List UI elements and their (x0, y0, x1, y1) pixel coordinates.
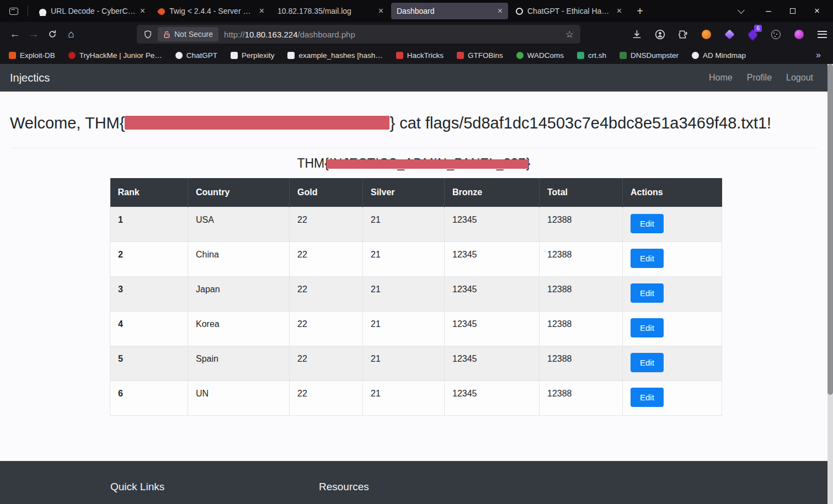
bookmark-favicon-icon (231, 52, 238, 59)
toolbar-icons: 6 (631, 29, 827, 40)
cell-country: UN (188, 380, 290, 415)
bookmark-item[interactable]: Exploit-DB (9, 51, 55, 60)
site-navbar: Injectics Home Profile Logout (0, 64, 827, 92)
site-brand[interactable]: Injectics (10, 72, 50, 84)
new-tab-button[interactable]: + (632, 3, 648, 19)
reload-button[interactable] (43, 25, 62, 43)
cell-total: 12388 (540, 346, 623, 380)
medals-table: Rank Country Gold Silver Bronze Total Ac… (110, 178, 722, 416)
edit-button[interactable]: Edit (631, 283, 664, 303)
cookie-extension-button[interactable] (770, 29, 781, 40)
redaction-bar (327, 159, 528, 169)
list-all-tabs-icon[interactable] (738, 7, 745, 14)
wappalyzer-extension-button[interactable] (701, 29, 712, 40)
edit-button[interactable]: Edit (631, 214, 664, 233)
proxy-extension-button[interactable] (793, 29, 804, 40)
browser-tab[interactable]: Twig < 2.4.4 - Server Side × (153, 3, 270, 19)
tab-close-icon[interactable]: × (617, 7, 622, 15)
cell-silver: 21 (363, 346, 445, 380)
menu-button[interactable] (816, 29, 827, 40)
firefox-view-button[interactable] (4, 3, 23, 19)
home-button[interactable]: ⌂ (62, 25, 81, 43)
extensions-button[interactable] (677, 29, 688, 40)
cell-actions: Edit (623, 311, 722, 346)
welcome-suffix: } cat flags/5d8af1dc14503c7e4bdc8e51a346… (389, 114, 771, 132)
bookmark-item[interactable]: AD Mindmap (692, 51, 746, 60)
cell-gold: 22 (290, 242, 363, 276)
page-scrollbar[interactable] (827, 64, 833, 504)
cell-actions: Edit (623, 276, 722, 311)
bookmark-item[interactable]: GTFOBins (457, 51, 503, 60)
tab-label: URL Decode - CyberChef (51, 7, 136, 15)
tab-label: Twig < 2.4.4 - Server Side (169, 7, 255, 15)
bookmark-item[interactable]: DNSDumpster (620, 51, 679, 60)
cell-gold: 22 (290, 207, 363, 242)
edit-button[interactable]: Edit (631, 353, 664, 372)
wappalyzer-icon (702, 30, 711, 39)
proxy-icon (794, 30, 804, 39)
site-footer: Quick Links Resources (0, 461, 827, 504)
site-nav-link[interactable]: Profile (747, 73, 772, 83)
url-text[interactable]: http://10.80.163.224/dashboard.php (224, 30, 355, 39)
minimize-button[interactable]: – (760, 3, 777, 19)
bookmark-star-icon[interactable]: ☆ (565, 29, 574, 40)
tab-close-icon[interactable]: × (498, 7, 503, 15)
back-button[interactable]: ← (6, 25, 24, 43)
tab-close-icon[interactable]: × (140, 7, 145, 15)
cell-bronze: 12345 (445, 311, 540, 346)
edit-button[interactable]: Edit (631, 318, 664, 337)
edit-button[interactable]: Edit (631, 249, 664, 268)
scrollbar-thumb[interactable] (827, 64, 833, 395)
close-window-button[interactable]: × (809, 3, 825, 19)
browser-tab[interactable]: URL Decode - CyberChef × (34, 3, 151, 19)
maximize-button[interactable] (784, 3, 801, 19)
cell-country: Japan (188, 276, 290, 311)
cell-total: 12388 (540, 242, 623, 276)
site-nav-link[interactable]: Home (709, 73, 733, 83)
cell-bronze: 12345 (445, 346, 540, 380)
tab-separator (28, 6, 28, 17)
cyberchef-icon (39, 9, 46, 14)
bookmarks-bar: Exploit-DB TryHackMe | Junior Pe… ChatGP… (0, 46, 833, 64)
shield-icon[interactable] (143, 30, 152, 39)
bookmark-label: GTFOBins (468, 51, 503, 60)
table-row: 4 Korea 22 21 12345 12388 Edit (110, 311, 722, 346)
browser-tab[interactable]: 10.82.178.35/mail.log × (272, 3, 389, 19)
browser-tab[interactable]: Dashboard × (391, 3, 508, 19)
bookmark-item[interactable]: Perplexity (231, 51, 274, 60)
bookmark-item[interactable]: example_hashes [hash… (287, 51, 382, 60)
table-header-row: Rank Country Gold Silver Bronze Total Ac… (110, 178, 722, 207)
bookmarks-overflow-icon[interactable]: » (816, 50, 824, 60)
tab-close-icon[interactable]: × (259, 7, 264, 15)
bookmark-item[interactable]: crt.sh (577, 51, 606, 60)
table-header-cell: Silver (363, 178, 445, 207)
cell-gold: 22 (290, 311, 363, 346)
chatgpt-icon (516, 8, 523, 15)
tab-close-icon[interactable]: × (378, 7, 383, 15)
reload-icon (48, 30, 57, 39)
edit-button[interactable]: Edit (631, 388, 664, 407)
firefox-view-icon (9, 8, 18, 15)
purple-diamond-extension-button[interactable] (724, 29, 735, 40)
cell-rank: 6 (110, 380, 188, 415)
site-nav-link[interactable]: Logout (786, 73, 813, 83)
account-button[interactable] (654, 29, 665, 40)
redaction-bar (125, 116, 389, 130)
bookmark-favicon-icon (577, 52, 584, 59)
bookmark-favicon-icon (692, 52, 699, 59)
downloads-button[interactable] (631, 29, 642, 40)
bookmark-item[interactable]: ChatGPT (175, 51, 217, 60)
bookmark-label: Exploit-DB (20, 51, 55, 60)
bookmark-item[interactable]: HackTricks (396, 51, 444, 60)
forward-button[interactable]: → (24, 25, 43, 43)
address-bar[interactable]: Not Secure http://10.80.163.224/dashboar… (137, 25, 580, 44)
not-secure-chip[interactable]: Not Secure (158, 27, 218, 41)
browser-tab[interactable]: ChatGPT - Ethical Hacker × (510, 3, 627, 19)
cell-actions: Edit (623, 207, 722, 242)
bookmark-item[interactable]: TryHackMe | Junior Pe… (68, 51, 162, 60)
cell-total: 12388 (540, 207, 623, 242)
layers-extension-button[interactable]: 6 (747, 29, 758, 40)
table-header-cell: Bronze (445, 178, 540, 207)
diamond-icon (724, 29, 734, 39)
bookmark-item[interactable]: WADComs (516, 51, 564, 60)
